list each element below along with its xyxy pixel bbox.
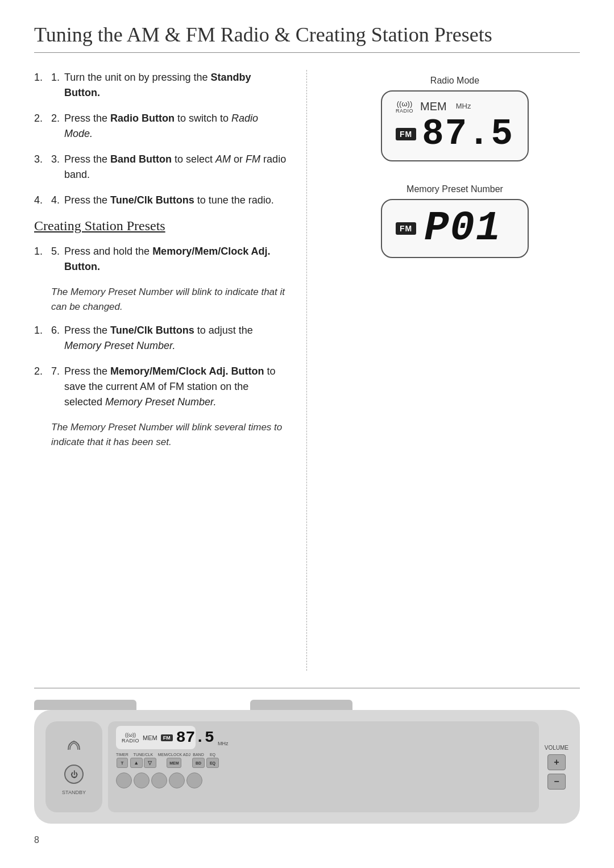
radio-icon-wrap: ((ω)) RADIO [396, 99, 413, 114]
device-left-panel: ⏻ STANDBY [45, 721, 102, 812]
list-item: 5. Press and hold the Memory/Mem/Clock A… [34, 244, 289, 275]
list-item: 2. Press the Radio Button to switch to R… [34, 111, 289, 142]
left-column: 1. Turn the unit on by pressing the Stan… [34, 70, 307, 671]
volume-label: VOLUME [545, 745, 569, 751]
tune-up-button[interactable]: ▲ [130, 758, 143, 768]
mini-mem-label: MEM [143, 734, 157, 741]
device-right-panel: VOLUME + − [545, 721, 569, 812]
device-middle-panel: ((ω)) RADIO MEM FM 87.5 MHz TIMER T [108, 721, 539, 812]
step-number: 1. [51, 70, 60, 101]
device-logo-icon [65, 738, 82, 759]
mem-label: MEM [420, 100, 447, 113]
timer-group: TIMER T [116, 753, 128, 768]
timer-button[interactable]: T [117, 758, 128, 768]
display-main-row: FM 87.5 [396, 116, 514, 152]
round-btn-1[interactable] [116, 773, 132, 788]
round-btn-4[interactable] [169, 773, 185, 788]
standby-label: STANDBY [62, 790, 86, 795]
mini-radio-icon: ((ω)) RADIO [122, 732, 139, 744]
frequency-digits: 87.5 [422, 116, 514, 152]
mini-mhz-label: MHz [218, 741, 229, 746]
fm-badge-preset: FM [396, 222, 416, 235]
device-diagram: ⏻ STANDBY ((ω)) RADIO MEM FM 87.5 MHz [34, 710, 580, 824]
main-content: 1. Turn the unit on by pressing the Stan… [34, 70, 580, 671]
tune-down-button[interactable]: ▽ [144, 758, 156, 768]
list-item: 6. Press the Tune/Clk Buttons to adjust … [34, 323, 289, 354]
tune-group: TUNE/CLK ▲ ▽ [130, 753, 156, 768]
instruction-list-2: 5. Press and hold the Memory/Mem/Clock A… [34, 244, 289, 275]
round-btn-2[interactable] [134, 773, 150, 788]
timer-label: TIMER [116, 753, 128, 757]
memory-preset-label: Memory Preset Number [406, 184, 503, 194]
step-text: Press the Band Button to select AM or FM… [64, 152, 289, 182]
radio-waves-icon: ((ω)) [397, 99, 412, 108]
band-group: BAND BD [192, 753, 205, 768]
band-button[interactable]: BD [192, 758, 205, 768]
radio-mode-label: Radio Mode [430, 76, 479, 86]
bottom-section: ⏻ STANDBY ((ω)) RADIO MEM FM 87.5 MHz [34, 688, 580, 824]
standby-icon: ⏻ [70, 770, 78, 779]
eq-group: EQ EQ [206, 753, 219, 768]
eq-button[interactable]: EQ [206, 758, 219, 768]
step-number: 5. [51, 244, 60, 275]
button-area: TIMER T TUNE/CLK ▲ ▽ MEM/CLOCK ADJ [116, 753, 531, 788]
volume-up-button[interactable]: + [547, 754, 566, 770]
step-number: 7. [51, 364, 60, 410]
list-item: 1. Turn the unit on by pressing the Stan… [34, 70, 289, 101]
mini-fm-badge: FM [161, 734, 173, 741]
radio-mode-display: ((ω)) RADIO MEM MHz FM 87.5 [381, 90, 529, 161]
list-item: 3. Press the Band Button to select AM or… [34, 152, 289, 182]
instruction-list-3: 6. Press the Tune/Clk Buttons to adjust … [34, 323, 289, 410]
mem-clk-label: MEM/CLOCK ADJ [158, 753, 190, 757]
mem-clk-button[interactable]: MEM [167, 758, 181, 768]
eq-label: EQ [210, 753, 215, 757]
radio-mode-diagram: Radio Mode ((ω)) RADIO MEM MHz FM 87.5 [381, 76, 529, 161]
tune-buttons: ▲ ▽ [130, 758, 156, 768]
section-heading: Creating Station Presets [34, 218, 289, 234]
volume-down-button[interactable]: − [547, 774, 566, 790]
step-number: 3. [51, 152, 60, 182]
memory-preset-diagram: Memory Preset Number FM P01 [381, 184, 529, 258]
fm-badge: FM [396, 128, 416, 140]
round-btn-5[interactable] [186, 773, 202, 788]
note-2: The Memory Preset Number will blink seve… [51, 420, 289, 449]
device-display-mini: ((ω)) RADIO MEM FM 87.5 MHz [116, 726, 196, 749]
page-title: Tuning the AM & FM Radio & Creating Stat… [34, 23, 580, 53]
list-item: 4. Press the Tune/Clk Buttons to tune th… [34, 193, 289, 208]
step-number: 6. [51, 323, 60, 354]
step-text: Press the Memory/Mem/Clock Adj. Button t… [64, 364, 289, 410]
top-bump-left [34, 700, 136, 710]
radio-text-label: RADIO [396, 108, 413, 114]
step-text: Press the Tune/Clk Buttons to tune the r… [64, 193, 274, 208]
list-item: 7. Press the Memory/Mem/Clock Adj. Butto… [34, 364, 289, 410]
top-bumps [34, 700, 580, 710]
step-text: Press the Tune/Clk Buttons to adjust the… [64, 323, 289, 354]
standby-button[interactable]: ⏻ [64, 765, 84, 784]
top-bump-right [250, 700, 352, 710]
instruction-list: 1. Turn the unit on by pressing the Stan… [34, 70, 289, 208]
preset-display: FM P01 [381, 199, 529, 258]
preset-digits: P01 [424, 208, 501, 249]
step-text: Press the Radio Button to switch to Radi… [64, 111, 289, 142]
button-labels-row: TIMER T TUNE/CLK ▲ ▽ MEM/CLOCK ADJ [116, 753, 531, 768]
page-number: 8 [34, 824, 580, 845]
display-top-row: ((ω)) RADIO MEM MHz [396, 99, 471, 114]
right-column: Radio Mode ((ω)) RADIO MEM MHz FM 87.5 [307, 70, 580, 671]
mini-frequency-digits: 87.5 [176, 729, 214, 746]
step-text: Turn the unit on by pressing the Standby… [64, 70, 289, 101]
round-btn-3[interactable] [151, 773, 167, 788]
band-label: BAND [193, 753, 204, 757]
step-number: 2. [51, 111, 60, 142]
tune-label: TUNE/CLK [133, 753, 153, 757]
step-number: 4. [51, 193, 60, 208]
mem-group: MEM/CLOCK ADJ MEM [158, 753, 190, 768]
step-text: Press and hold the Memory/Mem/Clock Adj.… [64, 244, 289, 275]
note-1: The Memory Preset Number will blink to i… [51, 285, 289, 314]
mhz-label: MHz [456, 102, 471, 110]
round-buttons-row [116, 773, 531, 788]
page-container: Tuning the AM & FM Radio & Creating Stat… [0, 0, 614, 868]
